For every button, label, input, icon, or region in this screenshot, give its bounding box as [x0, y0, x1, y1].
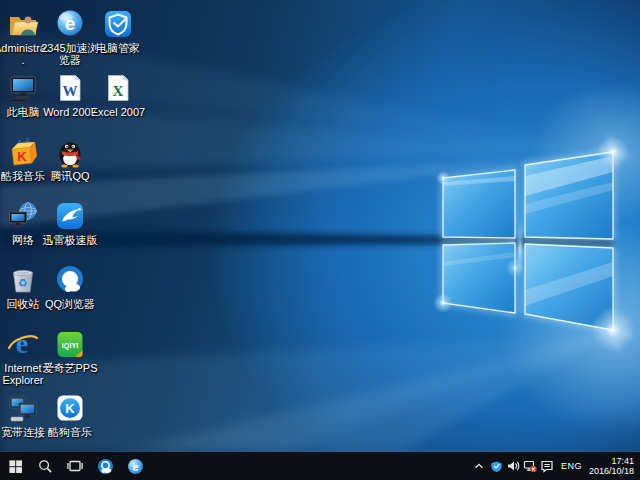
qq-penguin-icon	[54, 136, 86, 168]
taskbar-2345-browser-button[interactable]: e	[120, 452, 150, 480]
qq-browser-taskbar-icon	[97, 458, 114, 475]
user-folder-icon	[7, 8, 39, 40]
desktop-icon-label: QQ浏览器	[40, 298, 100, 310]
language-indicator[interactable]: ENG	[556, 461, 587, 471]
svg-text:♫: ♫	[24, 136, 29, 143]
desktop-icon-pc-manager[interactable]: 电脑管家	[88, 8, 148, 54]
word-document-icon: W	[54, 72, 86, 104]
system-tray: ENG 17:41 2016/10/18	[471, 452, 640, 480]
svg-text:e: e	[132, 460, 138, 472]
pc-manager-shield-icon	[102, 8, 134, 40]
network-globe-icon	[7, 200, 39, 232]
svg-text:iQIYI: iQIYI	[62, 341, 78, 350]
desktop-icon-label: 酷狗音乐	[40, 426, 100, 438]
tray-network-disconnected-icon[interactable]	[522, 452, 539, 480]
search-button[interactable]	[30, 452, 60, 480]
svg-text:e: e	[16, 328, 28, 359]
2345-browser-taskbar-icon: e	[127, 458, 144, 475]
svg-text:K: K	[17, 149, 27, 164]
tray-volume-icon[interactable]	[505, 452, 522, 480]
start-button[interactable]	[0, 452, 30, 480]
recycle-bin-icon: ♻	[7, 264, 39, 296]
desktop-icon-tencent-qq[interactable]: 腾讯QQ	[40, 136, 100, 182]
2345-browser-icon: e	[54, 8, 86, 40]
kugou-music-icon: K	[54, 392, 86, 424]
taskbar: e	[0, 452, 640, 480]
desktop-icon-label: 电脑管家	[88, 42, 148, 54]
windows-desktop: Administra... e 2345加速浏览器 电脑管家 此电脑	[0, 0, 640, 480]
taskbar-qq-browser-button[interactable]	[90, 452, 120, 480]
xunlei-bird-icon	[54, 200, 86, 232]
excel-document-icon: X	[102, 72, 134, 104]
clock-time: 17:41	[589, 456, 634, 467]
tray-chevron-up-icon[interactable]	[471, 452, 488, 480]
desktop-icon-label: Excel 2007	[88, 106, 148, 118]
windows-start-icon	[8, 459, 23, 474]
svg-text:e: e	[65, 13, 76, 34]
desktop-icon-label: 爱奇艺PPS	[40, 362, 100, 374]
task-view-icon	[67, 458, 83, 474]
clock-date: 2016/10/18	[589, 466, 634, 477]
broadband-connection-icon	[7, 392, 39, 424]
kuwo-music-icon: K ♪ ♫	[7, 136, 39, 168]
desktop-icon-qq-browser[interactable]: QQ浏览器	[40, 264, 100, 310]
iqiyi-icon: iQIYI	[54, 328, 86, 360]
desktop-icon-label: 迅雷极速版	[40, 234, 100, 246]
tray-action-center-icon[interactable]	[539, 452, 556, 480]
task-view-button[interactable]	[60, 452, 90, 480]
tray-pc-manager-shield-icon[interactable]	[488, 452, 505, 480]
clock[interactable]: 17:41 2016/10/18	[587, 456, 640, 477]
this-pc-icon	[7, 72, 39, 104]
desktop-icon-iqiyi-pps[interactable]: iQIYI 爱奇艺PPS	[40, 328, 100, 374]
svg-text:♪: ♪	[17, 137, 21, 146]
svg-text:X: X	[113, 83, 124, 99]
internet-explorer-icon: e	[7, 328, 39, 360]
desktop-icon-kugou-music[interactable]: K 酷狗音乐	[40, 392, 100, 438]
qq-browser-icon	[54, 264, 86, 296]
svg-text:K: K	[65, 401, 75, 416]
desktop-icon-excel-2007[interactable]: X Excel 2007	[88, 72, 148, 118]
search-icon	[38, 459, 53, 474]
desktop-icon-xunlei[interactable]: 迅雷极速版	[40, 200, 100, 246]
desktop-icon-label: 腾讯QQ	[40, 170, 100, 182]
svg-text:W: W	[63, 83, 78, 99]
svg-text:♻: ♻	[18, 277, 28, 289]
